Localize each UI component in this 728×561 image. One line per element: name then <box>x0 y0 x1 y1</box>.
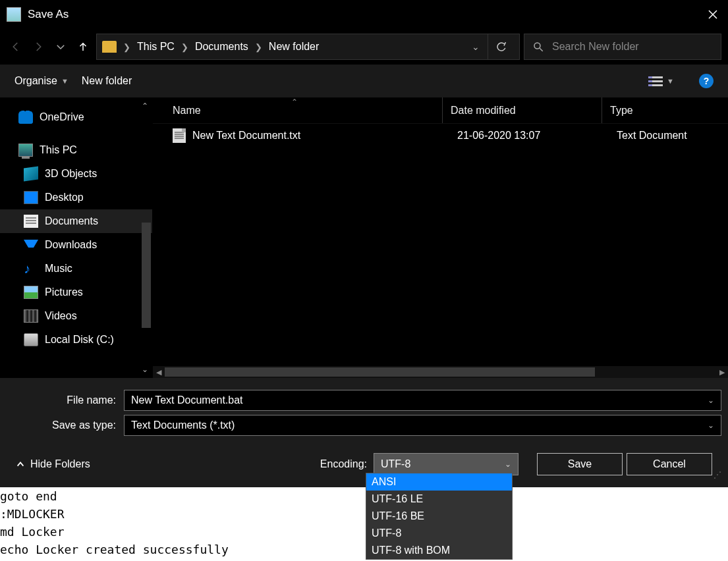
desktop-icon <box>24 191 38 204</box>
savetype-label: Save as type: <box>7 419 124 431</box>
view-button[interactable]: ▼ <box>648 74 674 88</box>
column-type[interactable]: Type <box>602 97 728 123</box>
tree-item-label: Documents <box>45 215 98 227</box>
pc-icon <box>18 144 33 157</box>
file-type: Text Document <box>615 130 728 142</box>
search-icon <box>532 41 544 53</box>
encoding-option-utf-16-be[interactable]: UTF-16 BE <box>366 508 512 525</box>
chevron-up-icon <box>16 460 25 469</box>
notepad-icon <box>7 7 21 22</box>
search-box[interactable]: Search New folder <box>524 34 721 60</box>
toolbar: Organise▼ New folder ▼ ? <box>0 65 728 97</box>
encoding-option-ansi[interactable]: ANSI <box>366 473 512 491</box>
tree-item-3d-objects[interactable]: 3D Objects <box>0 162 152 186</box>
svg-point-0 <box>534 43 540 49</box>
file-row[interactable]: New Text Document.txt21-06-2020 13:07Tex… <box>153 124 728 147</box>
tree-item-documents[interactable]: Documents <box>0 209 152 233</box>
doc-icon <box>24 215 38 228</box>
tree-item-label: 3D Objects <box>45 168 97 180</box>
tree-item-label: Videos <box>45 310 77 322</box>
file-header: ⌃ Name Date modified Type <box>153 97 728 124</box>
tree-item-desktop[interactable]: Desktop <box>0 186 152 209</box>
view-icon <box>648 74 663 88</box>
help-button[interactable]: ? <box>699 74 714 88</box>
chevron-right-icon[interactable]: ❯ <box>180 42 190 52</box>
close-button[interactable] <box>698 0 728 29</box>
new-folder-button[interactable]: New folder <box>82 75 132 87</box>
forward-button[interactable] <box>29 38 47 56</box>
tree-item-downloads[interactable]: Downloads <box>0 233 152 257</box>
back-button[interactable] <box>7 38 25 56</box>
address-bar[interactable]: ❯ This PC ❯ Documents ❯ New folder ⌄ <box>96 34 520 60</box>
save-as-dialog: Save As ❯ This PC ❯ Documents ❯ New fold… <box>0 0 728 487</box>
nav-tree: ⌃ OneDriveThis PC3D ObjectsDesktopDocume… <box>0 97 153 378</box>
chevron-right-icon[interactable]: ❯ <box>122 42 132 52</box>
sort-indicator-icon: ⌃ <box>291 97 298 107</box>
chevron-down-icon: ⌄ <box>505 460 511 469</box>
music-icon: ♪ <box>24 262 38 275</box>
up-button[interactable] <box>74 38 92 56</box>
save-form: File name: New Text Document.bat⌄ Save a… <box>0 378 728 487</box>
horizontal-scrollbar[interactable]: ◀▶ <box>153 366 728 378</box>
save-button[interactable]: Save <box>537 453 623 475</box>
file-name: New Text Document.txt <box>192 130 456 142</box>
tree-item-label: Music <box>45 263 72 275</box>
chevron-down-icon: ⌄ <box>708 421 714 430</box>
tree-item-music[interactable]: ♪Music <box>0 257 152 280</box>
column-name[interactable]: Name <box>153 97 443 123</box>
tree-item-onedrive[interactable]: OneDrive <box>0 105 152 129</box>
title-bar: Save As <box>0 0 728 29</box>
hide-folders-button[interactable]: Hide Folders <box>16 458 90 470</box>
chevron-down-icon: ⌄ <box>708 396 714 405</box>
file-date: 21-06-2020 13:07 <box>456 130 615 142</box>
tree-item-pictures[interactable]: Pictures <box>0 280 152 304</box>
tree-item-label: Local Disk (C:) <box>45 334 114 346</box>
disk-icon <box>24 333 38 346</box>
folder-icon <box>102 41 117 53</box>
encoding-option-utf-8[interactable]: UTF-8 <box>366 525 512 542</box>
column-date[interactable]: Date modified <box>443 97 602 123</box>
tree-scroll-down[interactable]: ⌄ <box>142 365 148 374</box>
tree-item-label: OneDrive <box>40 111 84 123</box>
encoding-select[interactable]: UTF-8⌄ <box>374 453 518 475</box>
pic-icon <box>24 286 38 299</box>
refresh-button[interactable] <box>488 34 514 59</box>
tree-item-this-pc[interactable]: This PC <box>0 138 152 162</box>
window-title: Save As <box>28 8 69 21</box>
recent-dropdown[interactable] <box>51 38 70 56</box>
tree-item-local-disk-c-[interactable]: Local Disk (C:) <box>0 328 152 352</box>
breadcrumb-new-folder[interactable]: New folder <box>266 41 322 53</box>
breadcrumb-documents[interactable]: Documents <box>192 41 251 53</box>
3d-icon <box>24 166 38 181</box>
onedrive-icon <box>18 111 33 124</box>
encoding-label: Encoding: <box>320 458 367 470</box>
cancel-button[interactable]: Cancel <box>627 453 712 475</box>
encoding-option-utf-16-le[interactable]: UTF-16 LE <box>366 491 512 508</box>
savetype-select[interactable]: Text Documents (*.txt)⌄ <box>124 415 721 436</box>
tree-scroll-up[interactable]: ⌃ <box>142 101 148 111</box>
tree-item-label: Downloads <box>45 239 97 251</box>
tree-item-videos[interactable]: Videos <box>0 304 152 328</box>
notepad-content: goto end :MDLOCKER md Locker echo Locker… <box>0 487 229 561</box>
down-icon <box>24 240 38 253</box>
nav-bar: ❯ This PC ❯ Documents ❯ New folder ⌄ Sea… <box>0 29 728 65</box>
chevron-right-icon[interactable]: ❯ <box>254 42 264 52</box>
breadcrumb-this-pc[interactable]: This PC <box>134 41 177 53</box>
address-dropdown[interactable]: ⌄ <box>472 41 480 52</box>
encoding-dropdown: ANSIUTF-16 LEUTF-16 BEUTF-8UTF-8 with BO… <box>366 473 513 560</box>
file-list: ⌃ Name Date modified Type New Text Docum… <box>153 97 728 378</box>
encoding-option-utf-8-with-bom[interactable]: UTF-8 with BOM <box>366 542 512 559</box>
vid-icon <box>24 309 38 323</box>
filename-label: File name: <box>7 394 124 406</box>
tree-item-label: Pictures <box>45 286 83 298</box>
resize-grip[interactable]: ⋰ <box>714 470 720 479</box>
tree-scroll-thumb[interactable] <box>142 223 151 328</box>
search-placeholder: Search New folder <box>552 41 639 53</box>
filename-input[interactable]: New Text Document.bat⌄ <box>124 390 721 411</box>
organise-button[interactable]: Organise▼ <box>14 75 69 87</box>
file-icon <box>173 128 186 143</box>
tree-item-label: This PC <box>40 144 77 156</box>
tree-item-label: Desktop <box>45 192 84 203</box>
